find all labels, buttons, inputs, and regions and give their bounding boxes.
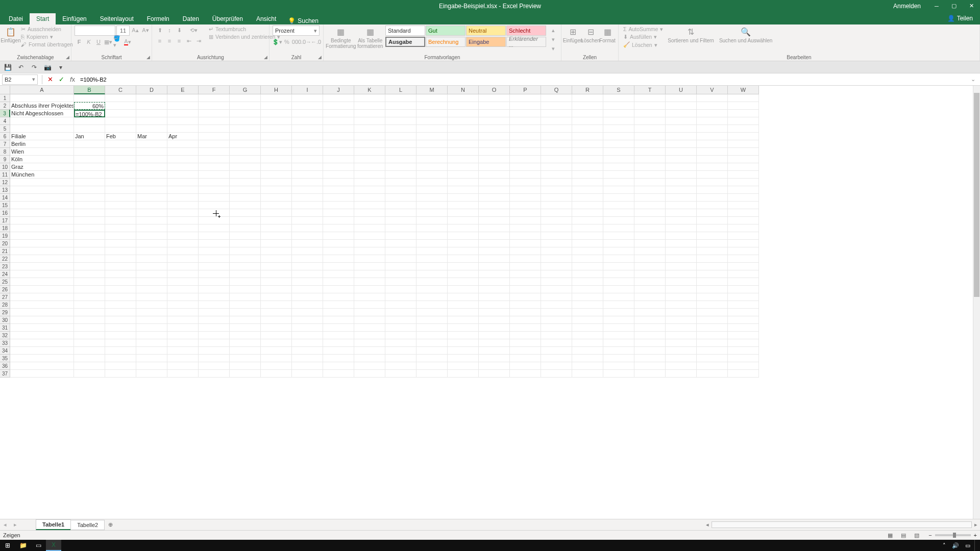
- cell[interactable]: [292, 125, 323, 133]
- cell[interactable]: [74, 224, 105, 232]
- cell[interactable]: [666, 179, 697, 186]
- cell[interactable]: [510, 339, 541, 347]
- cell[interactable]: [479, 232, 510, 240]
- cell[interactable]: [167, 186, 199, 194]
- cell[interactable]: [666, 171, 697, 179]
- cell[interactable]: [105, 324, 136, 332]
- cell[interactable]: [74, 255, 105, 263]
- cell[interactable]: München: [10, 171, 74, 179]
- cell[interactable]: [105, 156, 136, 163]
- cell[interactable]: [323, 117, 354, 125]
- cell[interactable]: [728, 316, 759, 324]
- cell[interactable]: [728, 133, 759, 140]
- cell[interactable]: [230, 240, 261, 247]
- cell[interactable]: [292, 171, 323, 179]
- cell[interactable]: [728, 332, 759, 339]
- row-header[interactable]: 21: [0, 247, 10, 255]
- cell[interactable]: [541, 263, 572, 270]
- cell[interactable]: [10, 370, 74, 378]
- cell[interactable]: [666, 140, 697, 148]
- cell[interactable]: [572, 148, 603, 156]
- row-header[interactable]: 11: [0, 171, 10, 179]
- cell[interactable]: [136, 362, 167, 370]
- cell[interactable]: [136, 102, 167, 110]
- cell[interactable]: [510, 232, 541, 240]
- cell[interactable]: [541, 278, 572, 286]
- row-headers[interactable]: 1234567891011121314151617181920212223242…: [0, 94, 10, 378]
- cell[interactable]: Berlin: [10, 140, 74, 148]
- enter-formula-button[interactable]: ✓: [56, 74, 67, 85]
- tray-expand-icon[interactable]: ˄: [941, 542, 948, 549]
- cell[interactable]: [74, 179, 105, 186]
- cell[interactable]: [416, 117, 448, 125]
- cell[interactable]: [292, 217, 323, 224]
- cell[interactable]: [10, 179, 74, 186]
- cell[interactable]: [416, 171, 448, 179]
- row-header[interactable]: 28: [0, 301, 10, 309]
- cell[interactable]: [666, 293, 697, 301]
- cell[interactable]: [697, 240, 728, 247]
- cell[interactable]: [479, 347, 510, 355]
- row-header[interactable]: 14: [0, 194, 10, 202]
- row-header[interactable]: 18: [0, 224, 10, 232]
- cell[interactable]: [697, 339, 728, 347]
- cell[interactable]: [416, 332, 448, 339]
- cell[interactable]: [697, 293, 728, 301]
- font-launcher[interactable]: ◢: [146, 55, 150, 60]
- cell[interactable]: [136, 332, 167, 339]
- cell[interactable]: [666, 102, 697, 110]
- cell[interactable]: [74, 171, 105, 179]
- cell[interactable]: [230, 209, 261, 217]
- cell[interactable]: [354, 140, 385, 148]
- cell[interactable]: [697, 355, 728, 362]
- cell[interactable]: [385, 125, 416, 133]
- cell[interactable]: [385, 217, 416, 224]
- fill-button[interactable]: ⬇Ausfüllen▾: [622, 33, 665, 40]
- cell[interactable]: [572, 355, 603, 362]
- cell[interactable]: [572, 110, 603, 117]
- cell[interactable]: [261, 156, 292, 163]
- tab-ansicht[interactable]: Ansicht: [250, 13, 283, 24]
- cell[interactable]: [261, 202, 292, 209]
- cell[interactable]: [354, 362, 385, 370]
- comma-button[interactable]: 000: [292, 37, 301, 46]
- sheet-tab-1[interactable]: Tabelle1: [36, 519, 71, 530]
- style-eingabe[interactable]: Eingabe: [466, 37, 506, 47]
- insert-cells-button[interactable]: ⊞Einfügen: [565, 26, 581, 44]
- close-button[interactable]: ✕: [963, 0, 980, 12]
- row-header[interactable]: 22: [0, 255, 10, 263]
- cell[interactable]: [479, 286, 510, 293]
- cell[interactable]: [354, 110, 385, 117]
- tray-volume-icon[interactable]: 🔊: [950, 542, 961, 549]
- cell[interactable]: [603, 232, 634, 240]
- cell[interactable]: [666, 324, 697, 332]
- cell[interactable]: [199, 316, 230, 324]
- cell[interactable]: [230, 355, 261, 362]
- cell[interactable]: [603, 339, 634, 347]
- cell[interactable]: [136, 309, 167, 316]
- cell[interactable]: [603, 301, 634, 309]
- cell[interactable]: [167, 171, 199, 179]
- cell[interactable]: [292, 194, 323, 202]
- alignment-launcher[interactable]: ◢: [264, 55, 267, 60]
- cell[interactable]: [666, 286, 697, 293]
- cell[interactable]: [354, 255, 385, 263]
- cell[interactable]: Apr: [167, 133, 199, 140]
- clear-button[interactable]: 🧹Löschen▾: [622, 41, 665, 48]
- cell[interactable]: [261, 293, 292, 301]
- cell[interactable]: [167, 179, 199, 186]
- cell[interactable]: [292, 110, 323, 117]
- cell[interactable]: [572, 270, 603, 278]
- cell[interactable]: [416, 355, 448, 362]
- cell[interactable]: [479, 332, 510, 339]
- cell[interactable]: [448, 148, 479, 156]
- cell[interactable]: [385, 309, 416, 316]
- cell[interactable]: [74, 148, 105, 156]
- cell[interactable]: [354, 293, 385, 301]
- cell[interactable]: [385, 224, 416, 232]
- cell[interactable]: [199, 347, 230, 355]
- cell[interactable]: [105, 278, 136, 286]
- select-all-triangle[interactable]: [0, 86, 10, 94]
- cell[interactable]: [541, 163, 572, 171]
- cell[interactable]: [697, 171, 728, 179]
